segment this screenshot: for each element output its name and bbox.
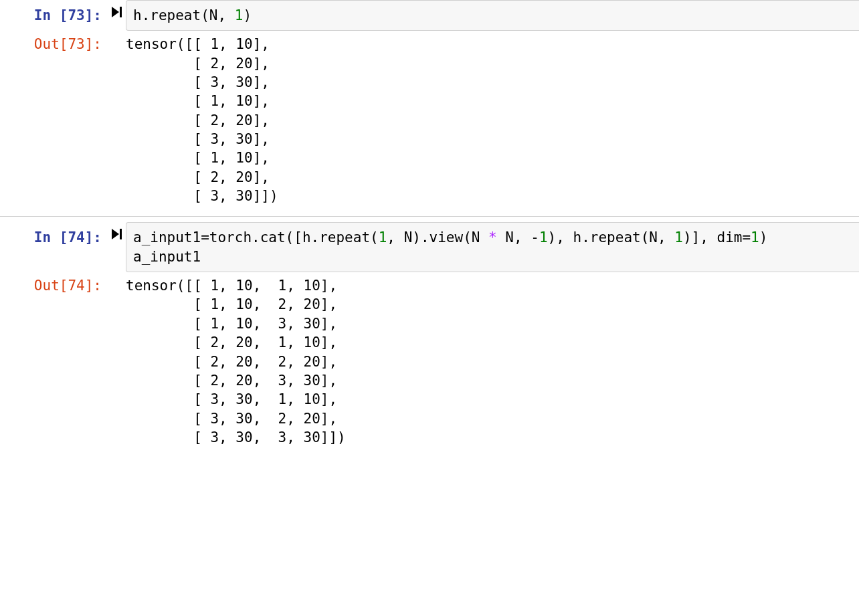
in-prompt: In [73]:	[0, 0, 107, 28]
out-prompt: Out[74]:	[0, 272, 107, 452]
run-cell-icon[interactable]	[107, 222, 126, 239]
output-row: Out[74]:tensor([[ 1, 10, 1, 10], [ 1, 10…	[0, 272, 859, 452]
out-prompt: Out[73]:	[0, 31, 107, 211]
cell-output: tensor([[ 1, 10, 1, 10], [ 1, 10, 2, 20]…	[126, 272, 859, 452]
cell-output: tensor([[ 1, 10], [ 2, 20], [ 3, 30], [ …	[126, 31, 859, 211]
notebook-container: In [73]:h.repeat(N, 1)Out[73]:tensor([[ …	[0, 0, 859, 452]
code-input[interactable]: h.repeat(N, 1)	[126, 0, 859, 31]
code-cell: In [74]:a_input1=torch.cat([h.repeat(1, …	[0, 222, 859, 272]
output-row: Out[73]:tensor([[ 1, 10], [ 2, 20], [ 3,…	[0, 31, 859, 211]
run-cell-icon[interactable]	[107, 0, 126, 17]
in-prompt: In [74]:	[0, 222, 107, 250]
cell-separator	[0, 216, 859, 217]
code-input[interactable]: a_input1=torch.cat([h.repeat(1, N).view(…	[126, 222, 859, 272]
code-cell: In [73]:h.repeat(N, 1)	[0, 0, 859, 31]
